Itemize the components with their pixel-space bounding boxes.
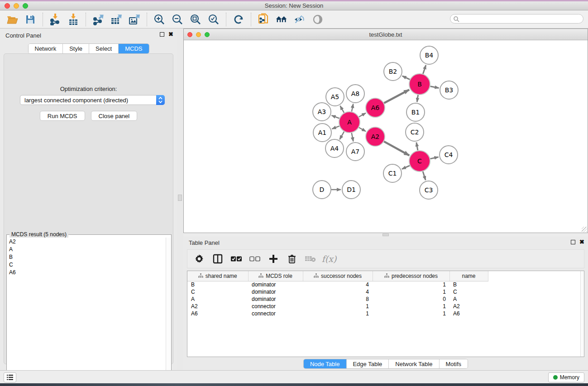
table-cell[interactable]: A2 xyxy=(187,303,248,310)
table-cell[interactable]: B xyxy=(187,281,248,288)
table-cell[interactable]: 1 xyxy=(303,303,373,310)
node-B[interactable]: B xyxy=(409,74,430,95)
close-network-button[interactable] xyxy=(187,32,192,37)
node-table[interactable]: shared nameMCDS rolesuccessor nodesprede… xyxy=(187,271,584,357)
table-cell[interactable]: A6 xyxy=(187,310,248,317)
edge-A-A6[interactable] xyxy=(359,113,366,117)
mcds-result-item[interactable]: B xyxy=(7,253,166,261)
node-D[interactable]: D xyxy=(313,181,331,199)
mcds-result-item[interactable]: A xyxy=(7,245,166,253)
mcds-result-scrollbar[interactable] xyxy=(166,238,171,386)
mcds-result-list[interactable]: A2ABCA6 xyxy=(7,238,166,386)
table-cell[interactable]: 1 xyxy=(303,310,373,317)
delete-row-icon[interactable] xyxy=(287,253,297,264)
edge-C-C2[interactable] xyxy=(416,143,418,151)
tab-node-table[interactable]: Node Table xyxy=(304,359,347,368)
resize-grip-icon[interactable] xyxy=(582,227,587,232)
import-table-icon[interactable] xyxy=(67,14,79,25)
divider-handle[interactable] xyxy=(178,195,182,201)
mcds-result-item[interactable]: A2 xyxy=(7,238,166,245)
edge-A-A8[interactable] xyxy=(352,104,354,112)
tab-network[interactable]: Network xyxy=(28,44,63,53)
edge-C-C3[interactable] xyxy=(423,172,425,180)
table-row[interactable]: A6connector11A6 xyxy=(187,310,488,317)
edge-B-B2[interactable] xyxy=(402,76,410,80)
console-button[interactable] xyxy=(4,372,16,382)
table-cell[interactable]: 1 xyxy=(373,288,449,295)
node-C3[interactable]: C3 xyxy=(420,181,438,199)
edge-A-A2[interactable] xyxy=(359,128,366,132)
export-table-icon[interactable] xyxy=(110,14,122,25)
node-A8[interactable]: A8 xyxy=(346,85,364,103)
first-neighbors-icon[interactable] xyxy=(276,14,287,25)
add-row-icon[interactable] xyxy=(268,253,279,264)
zoom-network-button[interactable] xyxy=(205,32,210,37)
table-cell[interactable]: 0 xyxy=(373,295,449,303)
minimize-window-button[interactable] xyxy=(14,3,19,9)
network-graph[interactable]: B4B2BB3A8A5A6A3B1AC2A1A2A4A7C4CC1C3DD1 xyxy=(184,40,588,233)
table-cell[interactable]: 1 xyxy=(373,303,449,310)
vertical-split-divider[interactable] xyxy=(177,29,183,370)
tab-motifs[interactable]: Motifs xyxy=(439,359,468,368)
show-all-icon[interactable] xyxy=(312,14,324,25)
zoom-selected-icon[interactable] xyxy=(208,14,220,25)
table-cell[interactable]: connector xyxy=(248,310,303,317)
table-cell[interactable]: 4 xyxy=(303,288,373,295)
table-cell[interactable]: 1 xyxy=(373,281,449,288)
node-B1[interactable]: B1 xyxy=(406,103,425,121)
node-B4[interactable]: B4 xyxy=(420,46,438,64)
table-row[interactable]: Cdominator41C xyxy=(187,288,488,295)
node-table-grid[interactable]: shared nameMCDS rolesuccessor nodesprede… xyxy=(187,271,488,317)
column-header-shared-name[interactable]: shared name xyxy=(187,271,248,281)
close-panel-icon[interactable]: ✖ xyxy=(579,240,584,244)
clone-network-icon[interactable] xyxy=(258,14,269,25)
table-row[interactable]: Bdominator41B xyxy=(187,281,488,288)
zoom-window-button[interactable] xyxy=(23,3,28,9)
table-cell[interactable]: A xyxy=(449,295,488,303)
table-cell[interactable]: dominator xyxy=(248,281,303,288)
edge-C-C4[interactable] xyxy=(430,157,438,159)
edge-C-C1[interactable] xyxy=(402,166,410,169)
export-network-icon[interactable] xyxy=(92,14,104,25)
table-cell[interactable]: 4 xyxy=(303,281,373,288)
import-network-icon[interactable] xyxy=(49,14,61,25)
table-cell[interactable]: A6 xyxy=(449,310,488,317)
table-row[interactable]: A2connector11A2 xyxy=(187,303,488,310)
table-scrollbar[interactable] xyxy=(580,271,584,357)
save-session-icon[interactable] xyxy=(24,14,36,25)
tab-edge-table[interactable]: Edge Table xyxy=(346,359,389,368)
edge-B-B1[interactable] xyxy=(417,95,418,102)
table-cell[interactable]: B xyxy=(449,281,488,288)
edge-A-A1[interactable] xyxy=(332,126,339,129)
node-A1[interactable]: A1 xyxy=(313,124,331,142)
column-header-MCDS-role[interactable]: MCDS role xyxy=(248,271,303,281)
float-panel-icon[interactable] xyxy=(160,32,164,37)
minimize-network-button[interactable] xyxy=(196,32,201,37)
divider-handle[interactable] xyxy=(382,234,389,236)
column-header-predecessor-nodes[interactable]: predecessor nodes xyxy=(373,271,449,281)
table-cell[interactable]: dominator xyxy=(248,288,303,295)
table-cell[interactable]: 1 xyxy=(373,310,449,317)
edge-A-A3[interactable] xyxy=(332,115,339,118)
tab-mcds[interactable]: MCDS xyxy=(119,44,148,53)
close-panel-icon[interactable]: ✖ xyxy=(168,32,173,37)
table-cell[interactable]: dominator xyxy=(248,295,303,303)
node-A2[interactable]: A2 xyxy=(366,127,385,146)
run-mcds-button[interactable]: Run MCDS xyxy=(40,111,85,121)
criterion-dropdown[interactable]: largest connected component (directed) xyxy=(20,95,165,105)
node-C[interactable]: C xyxy=(409,151,430,172)
memory-button[interactable]: Memory xyxy=(548,372,584,382)
window-titlebar[interactable]: Session: New Session xyxy=(0,1,588,10)
show-column-icon[interactable] xyxy=(212,253,223,264)
node-B3[interactable]: B3 xyxy=(440,81,458,99)
table-cell[interactable]: 8 xyxy=(303,295,373,303)
edge-B-B4[interactable] xyxy=(423,65,425,74)
node-A7[interactable]: A7 xyxy=(346,143,364,161)
table-cell[interactable]: connector xyxy=(248,303,303,310)
node-C4[interactable]: C4 xyxy=(440,146,458,164)
table-cell[interactable]: A xyxy=(187,295,248,303)
search-input[interactable] xyxy=(450,14,583,24)
edge-A-A7[interactable] xyxy=(352,133,354,142)
mcds-result-item[interactable]: A6 xyxy=(7,268,166,276)
network-window-titlebar[interactable]: testGlobe.txt xyxy=(184,29,588,40)
